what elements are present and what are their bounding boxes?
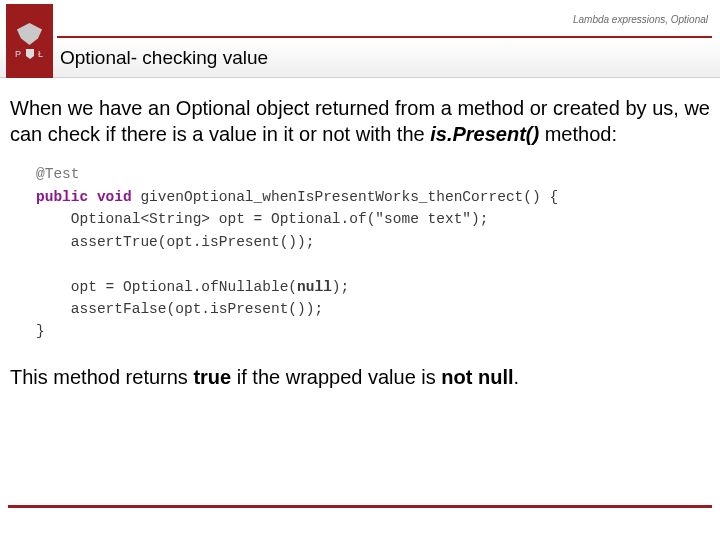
outro-paragraph: This method returns true if the wrapped … (10, 365, 710, 391)
logo-letter-right: Ł (38, 49, 44, 59)
footer-divider (8, 505, 712, 508)
code-line-6b: ); (332, 279, 349, 295)
logo-letter-left: P (15, 49, 22, 59)
para2-text-c: . (514, 366, 520, 388)
code-line-3: Optional<String> opt = Optional.of("some… (36, 211, 488, 227)
code-line-7: assertFalse(opt.isPresent()); (36, 301, 323, 317)
logo: P Ł (6, 4, 53, 78)
para2-true: true (193, 366, 231, 388)
method-name: is.Present() (430, 123, 539, 145)
eagle-icon (16, 23, 44, 45)
code-line-2: givenOptional_whenIsPresentWorks_thenCor… (132, 189, 558, 205)
code-line-8: } (36, 323, 45, 339)
page-title: Optional- checking value (60, 47, 268, 69)
shield-icon (26, 49, 34, 59)
para2-text-b: if the wrapped value is (231, 366, 441, 388)
code-block: @Test public void givenOptional_whenIsPr… (36, 163, 710, 343)
breadcrumb: Lambda expressions, Optional (573, 14, 708, 25)
code-line-6a: opt = Optional.ofNullable( (36, 279, 297, 295)
code-null-literal: null (297, 279, 332, 295)
logo-text: P Ł (15, 49, 44, 59)
code-keyword: public void (36, 189, 132, 205)
para2-notnull: not null (441, 366, 513, 388)
code-line-4: assertTrue(opt.isPresent()); (36, 234, 314, 250)
content-area: When we have an Optional object returned… (0, 78, 720, 391)
code-annotation: @Test (36, 166, 80, 182)
title-row: Optional- checking value (0, 38, 720, 78)
para2-text-a: This method returns (10, 366, 193, 388)
intro-paragraph: When we have an Optional object returned… (10, 96, 710, 147)
header-bar: Lambda expressions, Optional (0, 0, 720, 38)
para1-text-b: method: (539, 123, 617, 145)
header-divider (57, 36, 712, 38)
